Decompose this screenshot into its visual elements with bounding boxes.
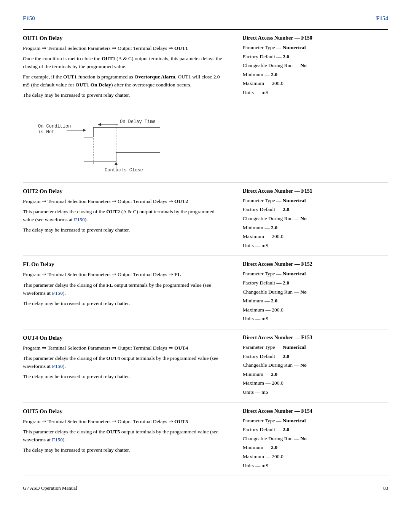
- param-min-out4: Minimum — 2.0: [243, 370, 388, 379]
- header-left: F150: [23, 15, 35, 22]
- svg-text:On Condition: On Condition: [38, 124, 71, 129]
- param-access-number-out5: Direct Access Number — F154: [243, 408, 388, 414]
- section-left-out4: OUT4 On DelayProgram ⇒ Terminal Selectio…: [23, 335, 235, 397]
- section-left-out2: OUT2 On DelayProgram ⇒ Terminal Selectio…: [23, 188, 235, 251]
- header-right: F154: [376, 15, 388, 22]
- svg-marker-6: [98, 123, 101, 126]
- section-body-line-0-0: Once the condition is met to close the O…: [23, 55, 223, 71]
- param-type-out2: Parameter Type — Numerical: [243, 197, 388, 205]
- param-changeable-out4: Changeable During Run — No: [243, 361, 388, 369]
- section-out5: OUT5 On DelayProgram ⇒ Terminal Selectio…: [23, 403, 388, 476]
- sections-container: OUT1 On DelayProgram ⇒ Terminal Selectio…: [23, 30, 388, 476]
- param-min-fl: Minimum — 2.0: [243, 297, 388, 305]
- param-max-out5: Maximum — 200.0: [243, 452, 388, 461]
- svg-text:is Met: is Met: [38, 129, 54, 135]
- section-right-out5: Direct Access Number — F154Parameter Typ…: [235, 408, 388, 471]
- param-changeable-fl: Changeable During Run — No: [243, 288, 388, 296]
- param-units-out5: Units — mS: [243, 462, 388, 470]
- section-right-out4: Direct Access Number — F153Parameter Typ…: [235, 335, 388, 397]
- section-body-line-4-1: The delay may be increased to prevent re…: [23, 446, 223, 454]
- footer-right: 83: [383, 485, 388, 491]
- section-body-line-1-1: The delay may be increased to prevent re…: [23, 226, 223, 234]
- svg-marker-3: [83, 129, 86, 132]
- param-changeable-out2: Changeable During Run — No: [243, 214, 388, 223]
- section-left-out5: OUT5 On DelayProgram ⇒ Terminal Selectio…: [23, 408, 235, 471]
- page-footer: G7 ASD Operation Manual 83: [23, 485, 388, 491]
- section-fl: FL On DelayProgram ⇒ Terminal Selection …: [23, 256, 388, 329]
- param-type-out4: Parameter Type — Numerical: [243, 343, 388, 351]
- footer-left: G7 ASD Operation Manual: [23, 485, 77, 491]
- section-subtitle-out1: Program ⇒ Terminal Selection Parameters …: [23, 45, 223, 52]
- section-title-out1: OUT1 On Delay: [23, 35, 223, 42]
- svg-text:Contacts Close: Contacts Close: [105, 168, 143, 173]
- section-title-out5: OUT5 On Delay: [23, 408, 223, 415]
- section-subtitle-out2: Program ⇒ Terminal Selection Parameters …: [23, 198, 223, 205]
- section-subtitle-out5: Program ⇒ Terminal Selection Parameters …: [23, 418, 223, 425]
- param-max-out1: Maximum — 200.0: [243, 79, 388, 88]
- param-max-out4: Maximum — 200.0: [243, 379, 388, 387]
- section-left-out1: OUT1 On DelayProgram ⇒ Terminal Selectio…: [23, 35, 235, 177]
- section-body-line-2-1: The delay may be increased to prevent re…: [23, 300, 223, 308]
- section-body-line-0-1: For example, if the OUT1 function is pro…: [23, 73, 223, 89]
- param-min-out1: Minimum — 2.0: [243, 70, 388, 79]
- param-type-out5: Parameter Type — Numerical: [243, 417, 388, 425]
- param-access-number-out1: Direct Access Number — F150: [243, 35, 388, 41]
- param-max-fl: Maximum — 200.0: [243, 306, 388, 314]
- param-access-number-out2: Direct Access Number — F151: [243, 188, 388, 194]
- param-default-out1: Factory Default — 2.0: [243, 53, 388, 61]
- section-out2: OUT2 On DelayProgram ⇒ Terminal Selectio…: [23, 183, 388, 256]
- param-units-out4: Units — mS: [243, 388, 388, 396]
- param-max-out2: Maximum — 200.0: [243, 232, 388, 241]
- section-body-line-3-0: This parameter delays the closing of the…: [23, 355, 223, 371]
- section-subtitle-fl: Program ⇒ Terminal Selection Parameters …: [23, 271, 223, 278]
- section-out4: OUT4 On DelayProgram ⇒ Terminal Selectio…: [23, 329, 388, 403]
- timing-diagram: On Condition is Met On Delay Time Contac…: [34, 105, 223, 173]
- param-access-number-fl: Direct Access Number — F152: [243, 261, 388, 267]
- section-title-out2: OUT2 On Delay: [23, 188, 223, 195]
- timing-diagram-svg: On Condition is Met On Delay Time Contac…: [34, 105, 179, 173]
- section-body-line-1-0: This parameter delays the closing of the…: [23, 208, 223, 224]
- param-min-out2: Minimum — 2.0: [243, 224, 388, 232]
- page-header: F150 F154: [23, 15, 388, 22]
- param-type-fl: Parameter Type — Numerical: [243, 270, 388, 278]
- section-body-line-4-0: This parameter delays the closing of the…: [23, 428, 223, 444]
- section-out1: OUT1 On DelayProgram ⇒ Terminal Selectio…: [23, 30, 388, 183]
- param-units-fl: Units — mS: [243, 315, 388, 323]
- section-body-line-3-1: The delay may be increased to prevent re…: [23, 373, 223, 381]
- section-right-fl: Direct Access Number — F152Parameter Typ…: [235, 261, 388, 324]
- param-type-out1: Parameter Type — Numerical: [243, 43, 388, 52]
- param-default-fl: Factory Default — 2.0: [243, 279, 388, 287]
- section-body-line-0-2: The delay may be increased to prevent re…: [23, 91, 223, 99]
- param-default-out4: Factory Default — 2.0: [243, 352, 388, 361]
- section-title-out4: OUT4 On Delay: [23, 335, 223, 341]
- param-changeable-out1: Changeable During Run — No: [243, 61, 388, 70]
- svg-text:On Delay Time: On Delay Time: [120, 119, 156, 125]
- page: F150 F154 OUT1 On DelayProgram ⇒ Termina…: [0, 0, 411, 532]
- param-changeable-out5: Changeable During Run — No: [243, 435, 388, 443]
- section-right-out2: Direct Access Number — F151Parameter Typ…: [235, 188, 388, 251]
- svg-marker-17: [115, 162, 118, 165]
- param-access-number-out4: Direct Access Number — F153: [243, 335, 388, 341]
- param-min-out5: Minimum — 2.0: [243, 443, 388, 452]
- param-default-out2: Factory Default — 2.0: [243, 205, 388, 214]
- section-title-fl: FL On Delay: [23, 261, 223, 268]
- param-units-out1: Units — mS: [243, 88, 388, 97]
- section-right-out1: Direct Access Number — F150Parameter Typ…: [235, 35, 388, 177]
- section-body-line-2-0: This parameter delays the closing of the…: [23, 281, 223, 297]
- section-left-fl: FL On DelayProgram ⇒ Terminal Selection …: [23, 261, 235, 324]
- section-subtitle-out4: Program ⇒ Terminal Selection Parameters …: [23, 344, 223, 352]
- param-units-out2: Units — mS: [243, 241, 388, 250]
- param-default-out5: Factory Default — 2.0: [243, 425, 388, 434]
